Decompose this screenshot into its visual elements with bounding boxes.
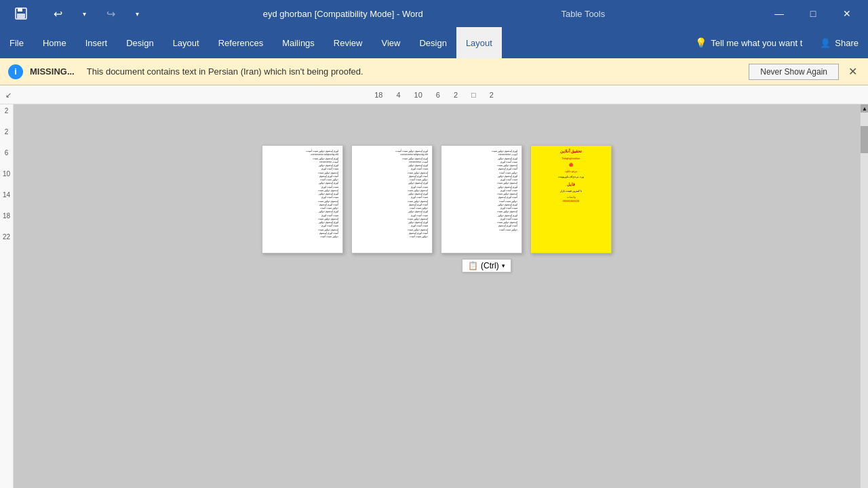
share-label: Share bbox=[835, 38, 859, 48]
page-3-content: لورم إيبسوم دولور سيت أميت، consectetur … bbox=[441, 146, 521, 236]
tab-insert[interactable]: Insert bbox=[76, 27, 117, 58]
paste-dropdown-icon: ▾ bbox=[502, 262, 505, 269]
tab-references[interactable]: References bbox=[209, 27, 273, 58]
document-canvas: لورم إيبسوم دولور سيت أميت، consectetur … bbox=[14, 104, 860, 488]
share-icon: 👤 bbox=[820, 38, 831, 48]
info-bar: i MISSING... This document contains text… bbox=[0, 58, 868, 85]
main-area: 2 2 6 10 14 18 22 لورم إيبسوم دولور سيت … bbox=[0, 104, 868, 488]
tab-layout[interactable]: Layout bbox=[163, 27, 209, 58]
svg-rect-1 bbox=[18, 8, 22, 12]
ribbon: File Home Insert Design Layout Reference… bbox=[0, 27, 868, 58]
document-page-1[interactable]: لورم إيبسوم دولور سيت أميت، consectetur … bbox=[262, 145, 343, 253]
tab-file[interactable]: File bbox=[0, 27, 33, 58]
scroll-up-button[interactable]: ▲ bbox=[861, 104, 868, 113]
close-infobar-button[interactable]: ✕ bbox=[846, 65, 860, 78]
title-bar-left: ↩ ▾ ↪ ▾ bbox=[5, 3, 142, 24]
redo-button[interactable]: ↪ bbox=[95, 3, 126, 24]
tab-review[interactable]: Review bbox=[324, 27, 372, 58]
window-controls: — □ ✕ bbox=[764, 3, 863, 24]
window-title: eyd ghorban [Compatibility Mode] - Word … bbox=[263, 9, 605, 19]
share-button[interactable]: 👤 Share bbox=[810, 27, 868, 58]
tab-design2[interactable]: Design bbox=[410, 27, 456, 58]
document-page-3[interactable]: لورم إيبسوم دولور سيت أميت، consectetur … bbox=[441, 145, 522, 253]
tab-mailings[interactable]: Mailings bbox=[273, 27, 324, 58]
tab-layout2[interactable]: Layout bbox=[456, 27, 502, 58]
info-message: This document contains text in Persian (… bbox=[87, 66, 743, 77]
tab-view[interactable]: View bbox=[372, 27, 410, 58]
ruler-corner[interactable]: ↙ bbox=[0, 85, 17, 104]
search-label: Tell me what you want t bbox=[711, 38, 802, 48]
save-button[interactable] bbox=[5, 3, 37, 24]
never-show-button[interactable]: Never Show Again bbox=[749, 64, 839, 80]
undo-dropdown[interactable]: ▾ bbox=[79, 3, 90, 24]
document-page-4[interactable]: تحقیق آنلاین Tahghighonline 🔴 مرجع دانلو… bbox=[530, 145, 612, 253]
close-button[interactable]: ✕ bbox=[831, 3, 863, 24]
tab-design[interactable]: Design bbox=[117, 27, 163, 58]
scroll-thumb[interactable] bbox=[861, 126, 868, 153]
vertical-ruler: 2 2 6 10 14 18 22 bbox=[0, 104, 14, 488]
maximize-button[interactable]: □ bbox=[797, 3, 829, 24]
page-1-content: لورم إيبسوم دولور سيت أميت، consectetur … bbox=[262, 146, 342, 243]
horizontal-ruler: ↙ 18 4 10 6 2 □ 2 bbox=[0, 85, 868, 104]
paste-label: (Ctrl) bbox=[481, 261, 499, 270]
title-bar: ↩ ▾ ↪ ▾ eyd ghorban [Compatibility Mode]… bbox=[0, 0, 868, 27]
ruler-numbers: 18 4 10 6 2 □ 2 bbox=[374, 91, 494, 99]
undo-button[interactable]: ↩ bbox=[42, 3, 73, 24]
minimize-button[interactable]: — bbox=[764, 3, 795, 24]
paste-icon: 📋 bbox=[468, 261, 478, 270]
missing-label: MISSING... bbox=[30, 66, 75, 77]
document-page-2[interactable]: لورم إيبسوم دولور سيت أميت، consectetur … bbox=[351, 145, 433, 253]
quick-access-dropdown[interactable]: ▾ bbox=[132, 3, 142, 24]
page-4-content: تحقیق آنلاین Tahghighonline 🔴 مرجع دانلو… bbox=[531, 146, 611, 207]
tab-home[interactable]: Home bbox=[33, 27, 76, 58]
info-icon: i bbox=[8, 64, 23, 79]
paste-tooltip[interactable]: 📋 (Ctrl) ▾ bbox=[462, 259, 511, 272]
ribbon-search[interactable]: 💡 Tell me what you want t bbox=[687, 27, 810, 58]
pages-container: لورم إيبسوم دولور سيت أميت، consectetur … bbox=[262, 118, 612, 253]
svg-rect-2 bbox=[17, 14, 25, 18]
lightbulb-icon: 💡 bbox=[695, 37, 707, 48]
page-2-content: لورم إيبسوم دولور سيت أميت، consectetur … bbox=[352, 146, 432, 243]
vertical-scrollbar[interactable]: ▲ bbox=[860, 104, 868, 488]
pages-row: لورم إيبسوم دولور سيت أميت، consectetur … bbox=[262, 145, 612, 253]
